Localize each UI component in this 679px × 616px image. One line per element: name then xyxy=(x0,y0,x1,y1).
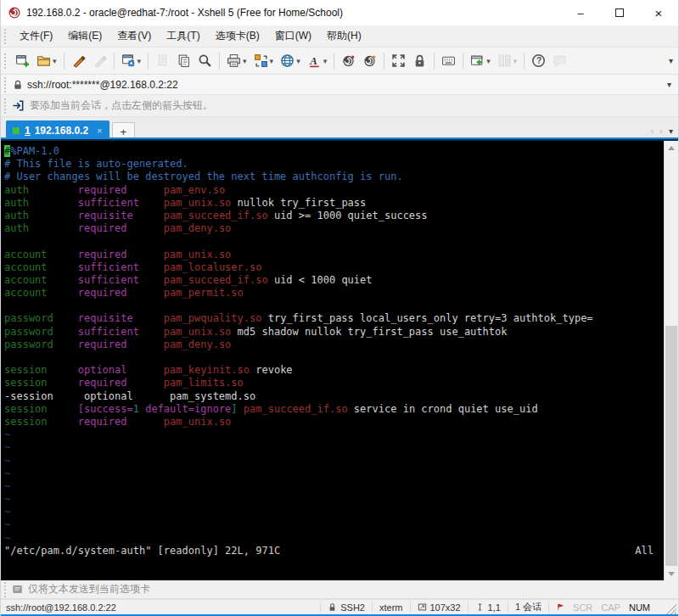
terminal-line: #%PAM-1.0 xyxy=(4,145,664,158)
chat-bubble-icon xyxy=(553,53,567,68)
cursor-position-label: 1,1 xyxy=(488,602,501,613)
address-dropdown-icon[interactable]: ▾ xyxy=(667,80,671,89)
title-bar: 192.168.0.2 - oracle@redhat-7:/root - Xs… xyxy=(1,0,678,25)
address-bar: ssh://root:*******@192.168.0.2:22 ▾ xyxy=(1,75,678,95)
terminal-line: # This file is auto-generated. xyxy=(4,158,664,171)
pencil-gray-icon xyxy=(93,53,107,68)
window-plus-icon xyxy=(15,53,30,68)
tab-layout-button-dropdown-icon[interactable]: ▾ xyxy=(513,57,518,65)
terminal-line: session optional pam_keyinit.so revoke xyxy=(4,364,664,377)
menu-item[interactable]: 编辑(E) xyxy=(60,25,109,47)
statusbar-session-count: 1 会话 xyxy=(508,602,549,613)
tab-scroll-right-icon[interactable]: › xyxy=(659,126,663,136)
statusbar-cursor-pos: 1,1 xyxy=(469,602,508,613)
xshell-app-icon xyxy=(8,6,21,20)
terminal-scrollbar[interactable] xyxy=(664,141,678,580)
statusbar-url: ssh://root@192.168.0.2:22 xyxy=(1,602,321,613)
info-bar-text: 要添加当前会话，点击左侧的箭头按钮。 xyxy=(30,98,213,113)
terminal-line xyxy=(4,300,664,312)
toolbar-separator xyxy=(463,53,463,70)
menu-item[interactable]: 工具(T) xyxy=(159,25,207,47)
terminal-line: auth requisite pam_succeed_if.so uid >= … xyxy=(4,210,664,222)
transfer-button[interactable]: ▾ xyxy=(251,51,277,70)
num-lock-indicator: NUM xyxy=(625,602,654,613)
open-session-button-dropdown-icon[interactable]: ▾ xyxy=(53,57,57,65)
tab-label: 192.168.0.2 xyxy=(35,125,88,137)
terminal-line: ~ xyxy=(4,532,664,545)
scroll-lock-indicator: SCR xyxy=(569,602,597,613)
maximize-button[interactable] xyxy=(600,0,639,25)
terminal-line: password requisite pam_pwquality.so try_… xyxy=(4,312,664,325)
toolbar-separator xyxy=(434,53,435,70)
scrollbar-down-icon[interactable] xyxy=(665,567,678,580)
new-session-button[interactable] xyxy=(13,51,32,70)
statusbar-size: 107x32 xyxy=(411,602,469,613)
tab-index: 1 xyxy=(25,125,31,137)
terminal-line: account sufficient pam_localuser.so xyxy=(4,261,664,274)
terminal-line xyxy=(4,235,664,248)
terminal-line: ~ xyxy=(4,493,664,506)
menu-item[interactable]: 文件(F) xyxy=(12,25,60,47)
tab-close-icon[interactable]: × xyxy=(97,126,102,136)
send-text-bar: 仅将文本发送到当前选项卡 xyxy=(1,580,678,599)
font-button-dropdown-icon[interactable]: ▾ xyxy=(323,57,328,65)
tab-layout-button: ▾ xyxy=(495,51,520,70)
statusbar-protocol: SSH2 xyxy=(321,602,373,613)
xshell-launch-button[interactable] xyxy=(339,51,358,70)
terminal-line: ~ xyxy=(4,455,664,468)
close-button[interactable]: × xyxy=(639,0,678,25)
lock-screen-button[interactable] xyxy=(410,51,429,70)
toolbar-separator xyxy=(114,53,115,70)
resize-grip[interactable] xyxy=(665,602,676,614)
new-tab-button-dropdown-icon[interactable]: ▾ xyxy=(486,57,491,65)
menu-item[interactable]: 帮助(H) xyxy=(319,25,369,47)
statusbar-terminal-type: xterm xyxy=(373,602,411,613)
session-url-input[interactable]: ssh://root:*******@192.168.0.2:22 xyxy=(27,79,667,91)
open-session-button[interactable]: ▾ xyxy=(34,51,59,70)
menu-item[interactable]: 选项卡(B) xyxy=(208,25,267,47)
tab-scroll-left-icon[interactable]: ‹ xyxy=(651,126,654,136)
minimize-button[interactable]: – xyxy=(561,0,600,25)
compose-bar-button[interactable] xyxy=(439,51,458,70)
new-tab-button[interactable]: ▾ xyxy=(468,51,493,70)
pencil-orange-icon xyxy=(71,53,86,68)
terminal-line: auth sufficient pam_unix.so nullok try_f… xyxy=(4,197,664,210)
menu-item[interactable]: 窗口(W) xyxy=(267,25,319,47)
xftp-launch-button[interactable] xyxy=(360,51,379,70)
copy-button[interactable] xyxy=(174,51,194,70)
toolbar-separator xyxy=(384,53,384,70)
tab-list-dropdown-icon[interactable]: ▾ xyxy=(669,126,673,136)
transfer-button-dropdown-icon[interactable]: ▾ xyxy=(270,57,274,65)
session-properties-button-dropdown-icon[interactable]: ▾ xyxy=(137,57,142,65)
toolbar-separator xyxy=(334,53,334,70)
scrollbar-up-icon[interactable] xyxy=(665,141,678,154)
folder-open-icon xyxy=(36,53,51,68)
toolbar-grip xyxy=(4,53,9,69)
session-properties-button[interactable]: ▾ xyxy=(119,51,144,70)
font-button[interactable]: A▾ xyxy=(305,51,330,70)
terminal-line: ~ xyxy=(4,506,664,518)
fullscreen-button[interactable] xyxy=(389,51,408,70)
toolbar-overflow-icon[interactable]: ▾ xyxy=(669,56,673,65)
terminal-screen[interactable]: #%PAM-1.0# This file is auto-generated.#… xyxy=(1,141,678,580)
add-session-arrow-icon[interactable] xyxy=(12,99,25,112)
caps-lock-indicator: CAP xyxy=(597,602,625,613)
screen-size-label: 107x32 xyxy=(430,602,461,613)
web-button[interactable]: ▾ xyxy=(278,51,303,70)
menu-bar: 文件(F)编辑(E)查看(V)工具(T)选项卡(B)窗口(W)帮助(H) xyxy=(1,25,678,48)
terminal-line: password required pam_deny.so xyxy=(4,339,664,351)
terminal-line: password sufficient pam_unix.so md5 shad… xyxy=(4,326,664,339)
help-button[interactable]: ? xyxy=(529,51,548,70)
find-button[interactable] xyxy=(195,51,215,70)
vim-scroll-position: All xyxy=(635,545,654,557)
help-circle-icon: ? xyxy=(531,53,546,68)
scrollbar-thumb[interactable] xyxy=(665,326,677,566)
send-mode-icon[interactable] xyxy=(12,584,23,595)
toolbar-separator xyxy=(148,53,149,70)
menu-item[interactable]: 查看(V) xyxy=(109,25,159,47)
disconnect-button[interactable] xyxy=(69,51,88,70)
web-button-dropdown-icon[interactable]: ▾ xyxy=(296,57,300,65)
print-button-dropdown-icon[interactable]: ▾ xyxy=(243,57,247,65)
print-button[interactable]: ▾ xyxy=(224,51,250,70)
globe-icon xyxy=(280,53,295,68)
